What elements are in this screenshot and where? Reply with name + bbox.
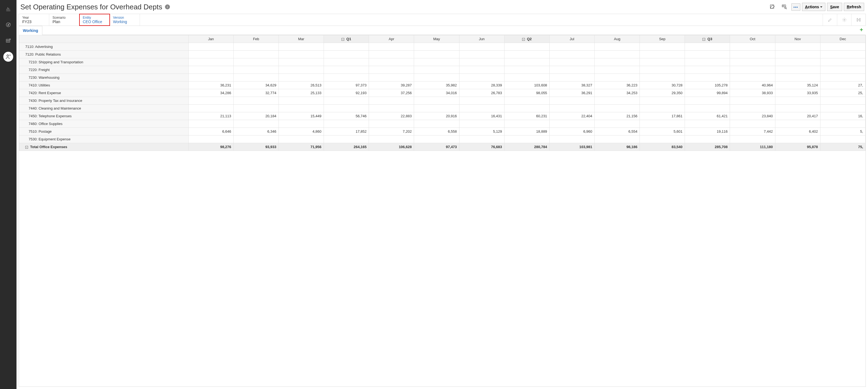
data-cell[interactable]: 18,889: [504, 128, 549, 135]
data-cell[interactable]: [504, 97, 549, 105]
data-cell[interactable]: [775, 58, 820, 66]
nav-refresh-dollar-icon[interactable]: [3, 20, 13, 30]
data-cell[interactable]: 21,156: [595, 112, 640, 120]
data-cell[interactable]: 23,840: [730, 112, 775, 120]
row-header[interactable]: 7430: Property Tax and Insurance: [19, 97, 189, 105]
data-cell[interactable]: [369, 120, 414, 128]
data-cell[interactable]: [188, 51, 234, 58]
row-header[interactable]: 7210: Shipping and Transportation: [19, 58, 189, 66]
data-cell[interactable]: [595, 105, 640, 112]
row-header[interactable]: 7120: Public Relations: [19, 51, 189, 58]
data-cell[interactable]: [234, 74, 279, 82]
row-header[interactable]: 7220: Freight: [19, 66, 189, 74]
data-cell[interactable]: [188, 105, 234, 112]
data-cell[interactable]: [820, 51, 865, 58]
nav-person-dollar-icon[interactable]: $: [3, 52, 13, 62]
data-cell[interactable]: 20,417: [775, 112, 820, 120]
data-cell[interactable]: 5,601: [640, 128, 685, 135]
data-cell[interactable]: [188, 74, 234, 82]
data-cell[interactable]: [730, 135, 775, 143]
col-header-dec[interactable]: Dec: [820, 35, 865, 43]
data-cell[interactable]: 106,628: [369, 143, 414, 151]
data-cell[interactable]: [459, 43, 504, 51]
data-cell[interactable]: [640, 58, 685, 66]
data-cell[interactable]: [730, 66, 775, 74]
collapse-icon[interactable]: -: [25, 146, 28, 149]
data-cell[interactable]: [595, 51, 640, 58]
data-cell[interactable]: [188, 58, 234, 66]
data-cell[interactable]: 37,256: [369, 89, 414, 97]
info-icon[interactable]: i: [165, 4, 170, 9]
data-cell[interactable]: 20,916: [414, 112, 459, 120]
data-cell[interactable]: 30,728: [640, 82, 685, 89]
data-cell[interactable]: [640, 66, 685, 74]
row-header[interactable]: 7440: Cleaning and Maintenance: [19, 105, 189, 112]
data-cell[interactable]: [775, 97, 820, 105]
data-cell[interactable]: 40,964: [730, 82, 775, 89]
data-cell[interactable]: 6,558: [414, 128, 459, 135]
data-cell[interactable]: [595, 120, 640, 128]
data-cell[interactable]: [369, 97, 414, 105]
data-cell[interactable]: 76,683: [459, 143, 504, 151]
data-cell[interactable]: [414, 51, 459, 58]
data-cell[interactable]: [414, 74, 459, 82]
pov-cell-entity[interactable]: EntityCEO Office: [80, 14, 110, 26]
data-cell[interactable]: [459, 135, 504, 143]
data-cell[interactable]: [279, 105, 323, 112]
data-cell[interactable]: [549, 74, 594, 82]
data-cell[interactable]: [504, 120, 549, 128]
data-cell[interactable]: [234, 105, 279, 112]
data-cell[interactable]: [324, 51, 369, 58]
data-cell[interactable]: [640, 43, 685, 51]
edit-icon-button[interactable]: [767, 2, 778, 11]
data-cell[interactable]: 6,554: [595, 128, 640, 135]
data-cell[interactable]: [730, 74, 775, 82]
data-cell[interactable]: [730, 58, 775, 66]
data-cell[interactable]: [820, 66, 865, 74]
data-cell[interactable]: 98,186: [595, 143, 640, 151]
data-cell[interactable]: 93,933: [234, 143, 279, 151]
data-cell[interactable]: 71,956: [279, 143, 323, 151]
data-cell[interactable]: 60,231: [504, 112, 549, 120]
nav-grid-cube-icon[interactable]: [3, 36, 13, 46]
data-cell[interactable]: [549, 66, 594, 74]
data-cell[interactable]: [234, 135, 279, 143]
data-cell[interactable]: 25,133: [279, 89, 323, 97]
data-cell[interactable]: [369, 58, 414, 66]
col-header-nov[interactable]: Nov: [775, 35, 820, 43]
data-cell[interactable]: [775, 43, 820, 51]
data-cell[interactable]: 6,402: [775, 128, 820, 135]
data-cell[interactable]: [414, 105, 459, 112]
data-cell[interactable]: [279, 43, 323, 51]
data-cell[interactable]: 99,894: [685, 89, 730, 97]
subtab-working[interactable]: Working: [19, 26, 42, 35]
nav-chart-icon[interactable]: [3, 4, 13, 14]
data-cell[interactable]: [234, 120, 279, 128]
data-cell[interactable]: [234, 51, 279, 58]
data-cell[interactable]: [595, 135, 640, 143]
data-cell[interactable]: [820, 58, 865, 66]
data-cell[interactable]: [279, 74, 323, 82]
data-cell[interactable]: [595, 58, 640, 66]
data-cell[interactable]: 26,783: [459, 89, 504, 97]
data-cell[interactable]: 6,346: [234, 128, 279, 135]
data-cell[interactable]: [414, 58, 459, 66]
data-cell[interactable]: 25,: [820, 89, 865, 97]
data-cell[interactable]: [549, 58, 594, 66]
data-cell[interactable]: 285,708: [685, 143, 730, 151]
col-header-jul[interactable]: Jul: [549, 35, 594, 43]
data-cell[interactable]: [414, 66, 459, 74]
data-cell[interactable]: [595, 43, 640, 51]
data-cell[interactable]: [279, 51, 323, 58]
data-cell[interactable]: 4,860: [279, 128, 323, 135]
data-cell[interactable]: [414, 97, 459, 105]
pov-settings-icon[interactable]: [837, 14, 851, 26]
data-cell[interactable]: 19,116: [685, 128, 730, 135]
data-cell[interactable]: [188, 66, 234, 74]
collapse-icon[interactable]: -: [703, 38, 705, 41]
data-cell[interactable]: [685, 66, 730, 74]
data-cell[interactable]: 56,746: [324, 112, 369, 120]
data-cell[interactable]: 16,431: [459, 112, 504, 120]
row-header[interactable]: 7110: Advertising: [19, 43, 189, 51]
data-cell[interactable]: [504, 51, 549, 58]
